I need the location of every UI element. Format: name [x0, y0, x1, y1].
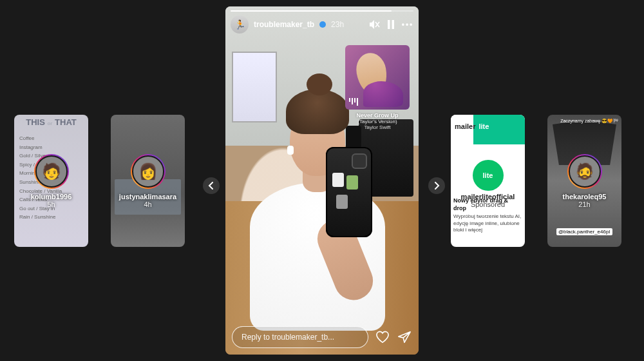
- music-artist: Taylor Swift: [345, 124, 410, 130]
- author-username[interactable]: troublemaker_tb: [254, 20, 314, 29]
- more-button[interactable]: •••: [402, 20, 413, 29]
- progress-bar[interactable]: [231, 10, 413, 12]
- active-story[interactable]: 🏃 troublemaker_tb 23h ••• Never Grow Up …: [225, 6, 419, 355]
- share-button[interactable]: [397, 329, 412, 345]
- avatar-ring: 🧔: [567, 154, 602, 189]
- music-title: Never Grow Up: [345, 112, 410, 119]
- thumb-time: 21h: [563, 200, 607, 208]
- story-thumb-4[interactable]: Zaczynamy zabawę 😎🧡🏁 🧔 thekaroleq95 21h …: [547, 115, 621, 247]
- story-thumb-1[interactable]: THIS or THAT Coffee Instagram Gold / Sil…: [14, 115, 88, 247]
- mute-button[interactable]: [368, 19, 380, 30]
- mention-tag[interactable]: @black.panther_e46pl: [556, 228, 612, 235]
- story-thumb-3[interactable]: mailerlite lite Nowy edytor drag & drop …: [451, 115, 525, 247]
- more-icon: •••: [402, 20, 414, 29]
- avatar: 👩: [132, 155, 164, 188]
- avatar-ring: 👩: [131, 154, 166, 189]
- pause-button[interactable]: [385, 20, 397, 29]
- music-subtitle: (Taylor's Version): [345, 119, 410, 124]
- svg-rect-1: [392, 20, 395, 29]
- thumb-time: 5h: [31, 200, 72, 208]
- author-avatar[interactable]: 🏃: [231, 15, 249, 34]
- story-header: 🏃 troublemaker_tb 23h •••: [231, 15, 413, 34]
- music-cover: [345, 45, 410, 110]
- verified-badge-icon: [319, 21, 326, 28]
- thumb-username: justynaklimasara: [119, 193, 176, 200]
- thumb-username: mailerliteofficial: [461, 193, 515, 200]
- chevron-right-icon: [433, 182, 440, 190]
- thumb-overlay-text: Zaczynamy zabawę 😎🧡🏁: [560, 119, 619, 124]
- avatar-ring: 🧑: [34, 154, 69, 189]
- pause-icon: [387, 20, 395, 29]
- avatar: 🧑: [35, 155, 68, 188]
- svg-rect-0: [388, 20, 390, 29]
- thumb-time: Sponsored: [461, 200, 515, 208]
- volume-mute-icon: [368, 19, 380, 30]
- thumb-time: 4h: [119, 200, 176, 208]
- like-button[interactable]: [375, 329, 390, 345]
- brand-logo: lite: [473, 160, 504, 191]
- prev-story-button[interactable]: [203, 177, 220, 194]
- thumb-username: thekaroleq95: [563, 193, 607, 200]
- reply-input[interactable]: [232, 326, 368, 348]
- story-time: 23h: [331, 20, 344, 29]
- next-story-button[interactable]: [428, 177, 445, 194]
- equalizer-icon: [349, 98, 358, 106]
- story-footer: [232, 326, 412, 348]
- thumb-username: kolumb1996: [31, 193, 72, 200]
- avatar: 🧔: [569, 155, 601, 188]
- music-sticker[interactable]: Never Grow Up (Taylor's Version) Taylor …: [345, 45, 410, 130]
- story-viewer: THIS or THAT Coffee Instagram Gold / Sil…: [0, 0, 644, 361]
- chevron-left-icon: [208, 182, 214, 190]
- send-icon: [397, 331, 412, 344]
- heart-icon: [375, 331, 390, 344]
- story-thumb-2[interactable]: 👩 justynaklimasara 4h: [111, 115, 185, 247]
